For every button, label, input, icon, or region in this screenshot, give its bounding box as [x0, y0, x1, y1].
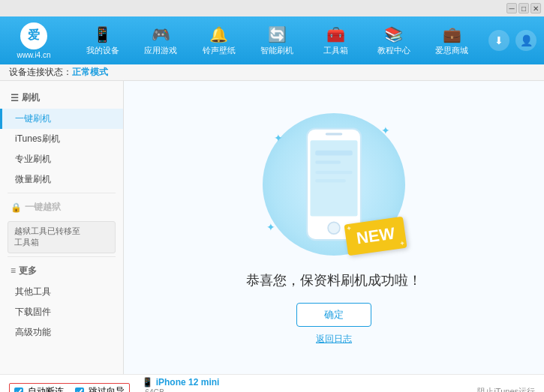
- close-button[interactable]: ✕: [530, 3, 541, 13]
- nav-item-ringtones[interactable]: 🔔 铃声壁纸: [197, 21, 241, 61]
- checkbox-group: 自动断连 跳过向导: [9, 383, 130, 392]
- more-section-icon: ≡: [11, 265, 16, 276]
- toolbox-icon: 🧰: [326, 25, 345, 43]
- device-name: iPhone 12 mini: [156, 377, 220, 388]
- ringtones-icon: 🔔: [209, 25, 228, 43]
- sidebar-divider-1: [8, 193, 116, 193]
- svg-rect-3: [326, 133, 343, 135]
- nav-item-toolbox[interactable]: 🧰 工具箱: [314, 21, 357, 61]
- my-device-icon: 📱: [93, 25, 112, 43]
- new-ribbon-text: NEW: [344, 217, 407, 256]
- tutorial-icon: 📚: [384, 25, 403, 43]
- jailbreak-notice: 越狱工具已转移至 工具箱: [8, 221, 116, 253]
- auto-close-checkbox[interactable]: [14, 388, 23, 393]
- section-more-title: ≡ 更多: [0, 260, 123, 282]
- nav-item-istore[interactable]: 💼 爱思商城: [430, 21, 473, 61]
- skip-wizard-label[interactable]: 跳过向导: [89, 385, 125, 392]
- nav-item-smart-flash[interactable]: 🔄 智能刷机: [255, 21, 299, 61]
- sidebar-item-save-flash[interactable]: 微量刷机: [0, 169, 123, 190]
- sidebar-item-advanced[interactable]: 高级功能: [0, 322, 123, 343]
- nav-label-tutorial: 教程中心: [377, 45, 410, 56]
- device-storage: 64GB: [145, 388, 219, 393]
- nav-label-smart-flash: 智能刷机: [260, 45, 293, 56]
- phone-icon: 📱: [142, 377, 153, 388]
- confirm-button[interactable]: 确定: [296, 303, 371, 327]
- logo-url: www.i4.cn: [17, 51, 50, 59]
- section-flash-title: ☰ 刷机: [0, 87, 123, 109]
- status-label: 设备连接状态：: [9, 66, 72, 79]
- sidebar-item-other-tools[interactable]: 其他工具: [0, 282, 123, 302]
- smart-flash-icon: 🔄: [268, 25, 287, 43]
- section-jailbreak-title: 🔒 一键越狱: [0, 196, 123, 218]
- itunes-stop-label[interactable]: 阻止iTunes运行: [477, 386, 535, 392]
- nav-right: ⬇ 👤: [488, 30, 536, 51]
- svg-rect-5: [315, 161, 341, 165]
- minimize-button[interactable]: ─: [506, 3, 517, 13]
- nav-items: 📱 我的设备 🎮 应用游戏 🔔 铃声壁纸 🔄 智能刷机 🧰 工具箱 📚 教程中心…: [74, 21, 481, 61]
- svg-rect-4: [315, 151, 353, 156]
- auto-close-label[interactable]: 自动断连: [28, 385, 64, 392]
- title-bar: ─ □ ✕: [0, 0, 544, 16]
- download-button[interactable]: ⬇: [488, 30, 509, 51]
- sidebar-item-download-firmware[interactable]: 下载固件: [0, 302, 123, 322]
- logo-area: 爱 www.i4.cn: [8, 22, 60, 59]
- skip-wizard-checkbox[interactable]: [75, 388, 84, 393]
- sparkle-topright: ✦: [381, 124, 390, 136]
- apps-games-icon: 🎮: [152, 25, 170, 43]
- nav-item-my-device[interactable]: 📱 我的设备: [81, 21, 125, 61]
- nav-item-tutorial[interactable]: 📚 教程中心: [372, 21, 416, 61]
- flash-section-icon: ☰: [11, 93, 19, 103]
- content-area: ✦ ✦ ✦ NEW 恭喜您，保资料刷机成: [124, 81, 544, 374]
- istore-icon: 💼: [443, 25, 461, 43]
- nav-label-my-device: 我的设备: [86, 45, 119, 56]
- sparkle-topleft: ✦: [274, 132, 283, 144]
- nav-label-apps-games: 应用游戏: [144, 45, 177, 56]
- status-mode: 正常模式: [72, 66, 108, 79]
- bottom-section: 自动断连 跳过向导 📱 iPhone 12 mini 64GB Down-12m…: [0, 374, 544, 392]
- phone-illustration: ✦ ✦ ✦ NEW: [259, 109, 409, 259]
- maximize-button[interactable]: □: [518, 3, 529, 13]
- nav-label-ringtones: 铃声壁纸: [203, 45, 236, 56]
- navbar: 爱 www.i4.cn 📱 我的设备 🎮 应用游戏 🔔 铃声壁纸 🔄 智能刷机 …: [0, 16, 544, 64]
- device-footer: 自动断连 跳过向导 📱 iPhone 12 mini 64GB Down-12m…: [0, 374, 544, 392]
- sidebar-item-pro-flash[interactable]: 专业刷机: [0, 149, 123, 169]
- svg-point-2: [328, 223, 340, 235]
- sidebar-item-one-click-flash[interactable]: 一键刷机: [0, 109, 123, 129]
- user-button[interactable]: 👤: [515, 30, 536, 51]
- nav-label-toolbox: 工具箱: [323, 45, 348, 56]
- device-detail: 📱 iPhone 12 mini 64GB Down-12mini-13.1: [142, 377, 219, 393]
- main-container: ☰ 刷机 一键刷机 iTunes刷机 专业刷机 微量刷机 🔒 一键越狱 越狱工具…: [0, 81, 544, 374]
- new-badge: NEW: [346, 220, 405, 252]
- sidebar-divider-2: [8, 256, 116, 257]
- sparkle-bottomleft: ✦: [266, 221, 275, 233]
- nav-item-apps-games[interactable]: 🎮 应用游戏: [139, 21, 182, 61]
- svg-rect-6: [315, 171, 353, 175]
- success-text: 恭喜您，保资料刷机成功啦！: [246, 271, 422, 289]
- nav-label-istore: 爱思商城: [435, 45, 468, 56]
- logo-icon: 爱: [20, 22, 47, 49]
- retry-link[interactable]: 返回日志: [316, 333, 352, 346]
- status-bar: 设备连接状态： 正常模式: [0, 64, 544, 81]
- sidebar: ☰ 刷机 一键刷机 iTunes刷机 专业刷机 微量刷机 🔒 一键越狱 越狱工具…: [0, 81, 124, 374]
- sidebar-item-itunes-flash[interactable]: iTunes刷机: [0, 129, 123, 149]
- svg-rect-7: [315, 179, 346, 183]
- lock-icon: 🔒: [11, 202, 22, 213]
